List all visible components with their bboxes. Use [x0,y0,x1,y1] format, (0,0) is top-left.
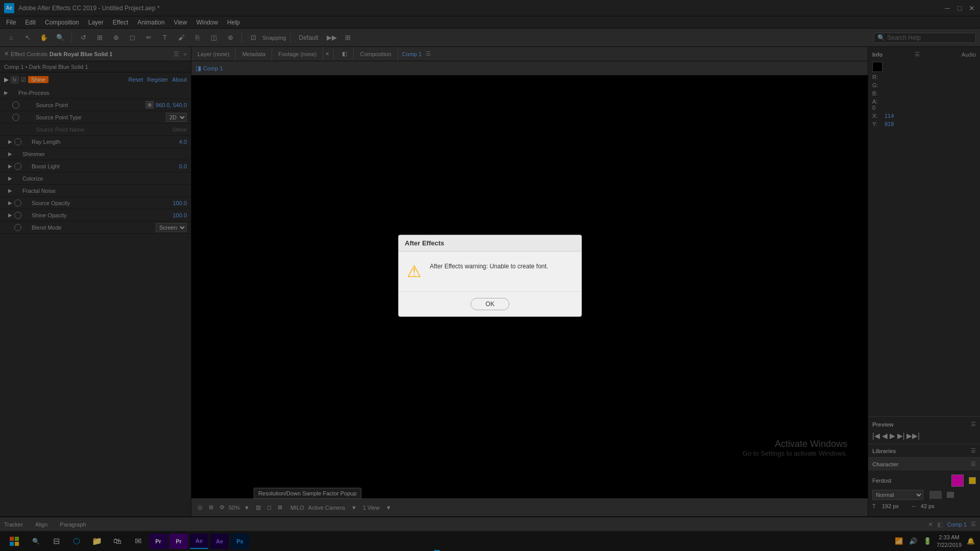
modal-message: After Effects warning: Unable to create … [430,262,573,271]
warning-icon: ⚠ [407,262,422,281]
modal-title: After Effects [399,235,581,252]
modal-footer: OK [399,291,581,316]
modal-dialog: After Effects ⚠ After Effects warning: U… [398,235,582,317]
ok-button[interactable]: OK [471,298,509,310]
modal-body: ⚠ After Effects warning: Unable to creat… [399,252,581,291]
modal-overlay: After Effects ⚠ After Effects warning: U… [0,0,980,551]
